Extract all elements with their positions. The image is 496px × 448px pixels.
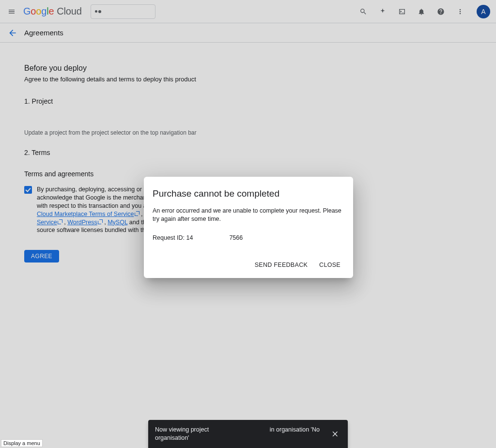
request-id-right: 7566 [229,234,243,241]
dialog-message: An error occurred and we are unable to c… [153,207,344,223]
error-dialog: Purchase cannot be completed An error oc… [144,177,353,278]
close-button[interactable]: CLOSE [315,259,344,271]
dialog-title: Purchase cannot be completed [144,186,353,207]
request-id-left: 14 [186,234,193,241]
request-id-label: Request ID: [153,234,186,241]
snackbar: Now viewing project organisation' in org… [148,420,348,448]
tooltip: Display a menu [1,439,43,447]
dialog-body: An error occurred and we are unable to c… [144,207,353,242]
dialog-actions: SEND FEEDBACK CLOSE [144,242,353,274]
send-feedback-button[interactable]: SEND FEEDBACK [251,259,311,271]
snackbar-text: Now viewing project organisation' in org… [155,426,320,442]
snackbar-close-icon[interactable] [329,428,341,440]
snackbar-right: in organisation 'No [270,426,320,442]
request-id-line: Request ID: 147566 [153,234,344,242]
snackbar-left: Now viewing project organisation' [155,426,237,442]
